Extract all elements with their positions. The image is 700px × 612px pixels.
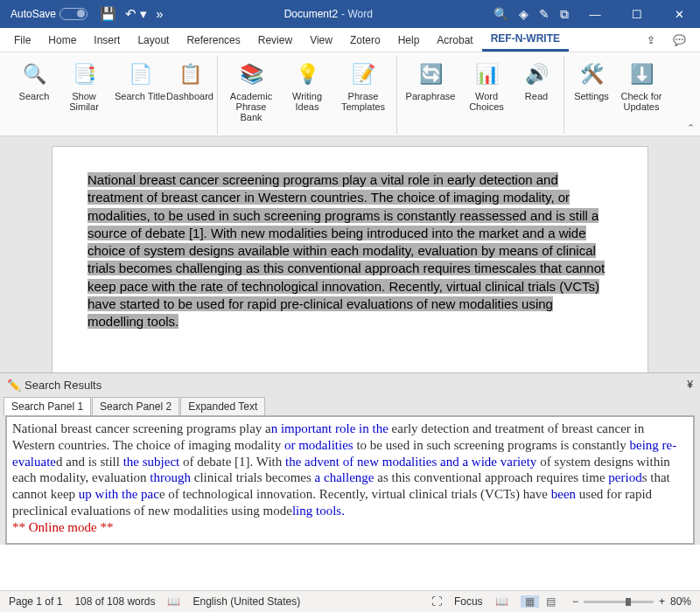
app-suffix: - Word (341, 8, 373, 20)
ribbon-search-title[interactable]: 📄Search Title (114, 56, 166, 134)
menu-insert[interactable]: Insert (85, 30, 129, 51)
online-mode-label: ** Online mode ** (12, 520, 113, 534)
icon: ⬇️ (628, 61, 654, 87)
ribbon-group-phrase: 📚Academic Phrase Bank💡Writing Ideas📝Phra… (218, 56, 397, 134)
diamond-icon[interactable]: ◈ (519, 7, 528, 21)
spellcheck-icon[interactable]: 📖 (167, 595, 180, 608)
menu-file[interactable]: File (5, 30, 39, 51)
window-title: Document2 - Word (164, 8, 494, 20)
search-results-panel: ✏️ Search Results ¥ Search Panel 1Search… (0, 372, 700, 545)
more-icon[interactable]: » (156, 6, 163, 22)
share-icon[interactable]: ⇪ (638, 30, 664, 51)
ribbon-group-search: 🔍Search📑Show Similar📄Search Title📋Dashbo… (7, 56, 218, 134)
tab-search-panel-2[interactable]: Search Panel 2 (92, 397, 179, 415)
comments-icon[interactable]: 💬 (664, 30, 695, 51)
ribbon-paraphrase[interactable]: 🔄Paraphrase (404, 56, 457, 134)
icon: 📄 (127, 61, 153, 87)
menu-help[interactable]: Help (389, 30, 429, 51)
close-icon[interactable]: ✕ (663, 8, 695, 21)
panel-title: Search Results (24, 379, 687, 392)
icon: 📚 (238, 61, 264, 87)
ribbon-show-similar[interactable]: 📑Show Similar (58, 56, 110, 134)
autosave-label: AutoSave (10, 8, 56, 20)
ribbon-settings[interactable]: 🛠️Settings (571, 56, 612, 134)
focus-label[interactable]: Focus (454, 595, 483, 608)
document-paragraph[interactable]: National breast cancer screening program… (88, 171, 612, 330)
menu-view[interactable]: View (301, 30, 341, 51)
icon: 🔍 (21, 61, 47, 87)
collapse-ribbon-icon[interactable]: ⌃ (687, 122, 695, 134)
menu-layout[interactable]: Layout (129, 30, 178, 51)
ribbon-phrase-templates[interactable]: 📝Phrase Templates (337, 56, 389, 134)
icon: 📋 (177, 61, 203, 87)
icon: 📑 (71, 61, 97, 87)
ribbon-group-settings: 🛠️Settings⬇️Check for Updates (564, 56, 675, 134)
menu-home[interactable]: Home (39, 30, 85, 51)
icon: 🛠️ (578, 61, 605, 87)
zoom-control: − + 80% (572, 595, 691, 608)
print-layout-icon[interactable]: ▦ (521, 595, 539, 608)
view-modes: ▦ ▤ (521, 595, 560, 608)
pencil-icon: ✏️ (7, 379, 21, 392)
search-icon[interactable]: 🔍 (494, 7, 508, 21)
menu-bar: FileHomeInsertLayoutReferencesReviewView… (0, 28, 700, 52)
tab-search-panel-1[interactable]: Search Panel 1 (4, 397, 91, 415)
book-icon[interactable]: 📖 (495, 595, 508, 608)
collapse-panel-icon[interactable]: ¥ (687, 379, 693, 391)
panel-header: ✏️ Search Results ¥ (0, 373, 700, 396)
menu-ref-n-write[interactable]: REF-N-WRITE (482, 28, 569, 52)
save-icon[interactable]: 💾 (100, 6, 116, 22)
icon: 🔄 (417, 61, 444, 87)
ribbon-writing-ideas[interactable]: 💡Writing Ideas (281, 56, 333, 134)
quick-access: 💾 ↶ ▾ » (100, 6, 164, 22)
autosave-toggle[interactable]: AutoSave (5, 8, 93, 20)
ribbon-academic-phrase-bank[interactable]: 📚Academic Phrase Bank (225, 56, 277, 134)
menu-references[interactable]: References (178, 30, 248, 51)
document-page[interactable]: National breast cancer screening program… (52, 147, 648, 372)
icon: 📊 (473, 61, 500, 87)
minimize-icon[interactable]: — (579, 8, 611, 21)
document-area: National breast cancer screening program… (0, 136, 700, 372)
icon: 📝 (350, 61, 376, 87)
status-bar: Page 1 of 1 108 of 108 words 📖 English (… (0, 590, 700, 612)
doc-name: Document2 (284, 8, 338, 20)
undo-icon[interactable]: ↶ ▾ (125, 6, 147, 22)
zoom-in-icon[interactable]: + (659, 595, 665, 608)
word-count[interactable]: 108 of 108 words (74, 595, 155, 608)
language[interactable]: English (United States) (192, 595, 300, 608)
panel-tabs: Search Panel 1Search Panel 2Expanded Tex… (0, 396, 700, 415)
ribbon-word-choices[interactable]: 📊Word Choices (460, 56, 513, 134)
menu-acrobat[interactable]: Acrobat (428, 30, 481, 51)
zoom-out-icon[interactable]: − (572, 595, 578, 608)
toggle-icon (60, 8, 88, 20)
ribbon: 🔍Search📑Show Similar📄Search Title📋Dashbo… (0, 52, 700, 136)
ribbon-search[interactable]: 🔍Search (14, 56, 54, 134)
web-layout-icon[interactable]: ▤ (542, 595, 560, 608)
ribbon-read[interactable]: 🔊Read (516, 56, 556, 134)
icon: 💡 (294, 61, 320, 87)
tab-expanded-text[interactable]: Expanded Text (180, 397, 265, 415)
zoom-value[interactable]: 80% (670, 595, 691, 608)
pen-icon[interactable]: ✎ (539, 7, 550, 21)
result-text[interactable]: National breast cancer screening program… (5, 415, 695, 545)
icon: 🔊 (523, 61, 550, 87)
box-icon[interactable]: ⧉ (560, 7, 569, 22)
ribbon-check-for-updates[interactable]: ⬇️Check for Updates (615, 56, 668, 134)
zoom-slider[interactable] (584, 601, 654, 603)
ribbon-dashboard[interactable]: 📋Dashboard (170, 56, 210, 134)
selected-text: National breast cancer screening program… (88, 172, 605, 329)
maximize-icon[interactable]: ☐ (621, 8, 653, 21)
menu-review[interactable]: Review (249, 30, 301, 51)
focus-mode-icon[interactable]: ⛶ (431, 595, 442, 608)
titlebar-right: 🔍 ◈ ✎ ⧉ — ☐ ✕ (494, 7, 695, 22)
menu-zotero[interactable]: Zotero (341, 30, 389, 51)
ribbon-group-tools: 🔄Paraphrase📊Word Choices🔊Read (397, 56, 564, 134)
page-indicator[interactable]: Page 1 of 1 (9, 595, 62, 608)
titlebar: AutoSave 💾 ↶ ▾ » Document2 - Word 🔍 ◈ ✎ … (0, 0, 700, 28)
